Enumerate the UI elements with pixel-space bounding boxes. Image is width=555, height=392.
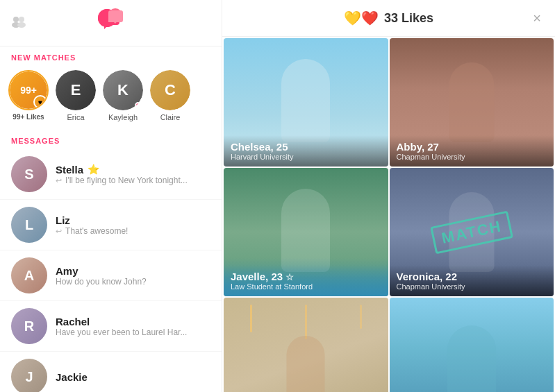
card-name-chelsea: Chelsea, 25 bbox=[231, 141, 381, 153]
msg-info-rachel: Rachel Have you ever been to Laurel Har.… bbox=[56, 316, 210, 337]
reply-icon: ↩ bbox=[56, 176, 64, 185]
left-panel: NEW MATCHES 99+ ♥ 99+ Likes E Erica K Ka… bbox=[0, 0, 222, 392]
likes-count-label: 99+ Likes bbox=[13, 113, 44, 121]
msg-avatar-amy: A bbox=[11, 257, 47, 293]
msg-info-jackie: Jackie bbox=[56, 371, 210, 383]
match-avatar-likes: 99+ ♥ bbox=[8, 70, 49, 110]
match-name-claire: Claire bbox=[160, 113, 181, 121]
close-button[interactable]: × bbox=[533, 10, 541, 26]
card-name-veronica: Veronica, 22 bbox=[397, 271, 547, 282]
matches-row: 99+ ♥ 99+ Likes E Erica K Kayleigh C Cla… bbox=[0, 66, 222, 130]
msg-avatar-jackie: J bbox=[11, 359, 47, 392]
card-sub-veronica: Chapman University bbox=[397, 282, 547, 291]
msg-name-rachel: Rachel bbox=[56, 316, 90, 327]
like-badge: ♥ bbox=[33, 95, 47, 109]
heart-fire-icon: 💛❤️ bbox=[344, 10, 379, 26]
grid-card-bottom-right[interactable] bbox=[390, 298, 554, 392]
grid-card-abby[interactable]: Abby, 27 Chapman University bbox=[390, 38, 554, 167]
msg-name-jackie: Jackie bbox=[56, 371, 88, 383]
match-avatar-kayleigh: K bbox=[103, 70, 143, 110]
right-header: 💛❤️ 33 Likes × bbox=[222, 0, 555, 37]
left-header bbox=[0, 0, 222, 46]
card-info-veronica: Veronica, 22 Chapman University bbox=[390, 265, 554, 296]
svg-point-1 bbox=[19, 17, 24, 22]
msg-preview-amy: How do you know John? bbox=[56, 277, 210, 287]
message-item-jackie[interactable]: J Jackie bbox=[0, 352, 222, 392]
message-item-rachel[interactable]: R Rachel Have you ever been to Laurel Ha… bbox=[0, 301, 222, 352]
online-indicator bbox=[135, 102, 142, 109]
people-icon[interactable] bbox=[11, 15, 26, 31]
msg-name-amy: Amy bbox=[56, 265, 78, 277]
card-sub-abby: Chapman University bbox=[397, 153, 547, 161]
card-info-javelle: Javelle, 23 ☆ Law Student at Stanford bbox=[224, 265, 388, 296]
match-name-kayleigh: Kayleigh bbox=[108, 113, 138, 121]
message-item-stella[interactable]: S Stella ⭐ ↩ I'll be flying to New York … bbox=[0, 149, 222, 200]
grid-card-javelle[interactable]: Javelle, 23 ☆ Law Student at Stanford bbox=[224, 168, 388, 296]
card-sub-javelle: Law Student at Stanford bbox=[231, 282, 381, 291]
message-item-amy[interactable]: A Amy How do you know John? bbox=[0, 250, 222, 301]
app-logo bbox=[97, 8, 125, 37]
likes-title: 💛❤️ 33 Likes bbox=[344, 10, 433, 26]
msg-info-liz: Liz ↩ That's awesome! bbox=[56, 214, 210, 236]
msg-preview-rachel: Have you ever been to Laurel Har... bbox=[56, 327, 210, 337]
grid-card-veronica[interactable]: MATCH Veronica, 22 Chapman University bbox=[390, 168, 554, 296]
messages-list: S Stella ⭐ ↩ I'll be flying to New York … bbox=[0, 149, 222, 392]
msg-avatar-stella: S bbox=[11, 156, 47, 192]
match-avatar-claire: C bbox=[150, 70, 190, 110]
new-matches-label: NEW MATCHES bbox=[0, 46, 222, 66]
reply-icon-liz: ↩ bbox=[56, 227, 64, 235]
card-name-javelle: Javelle, 23 ☆ bbox=[231, 271, 381, 282]
msg-avatar-rachel: R bbox=[11, 308, 47, 344]
right-panel: 💛❤️ 33 Likes × Chelsea, 25 Harvard Unive… bbox=[222, 0, 555, 392]
msg-name-liz: Liz bbox=[56, 214, 70, 226]
likes-grid: Chelsea, 25 Harvard University Abby, 27 … bbox=[222, 37, 555, 392]
star-outline-javelle: ☆ bbox=[285, 272, 294, 282]
card-info-abby: Abby, 27 Chapman University bbox=[390, 135, 554, 167]
likes-count-title: 33 Likes bbox=[384, 11, 433, 26]
message-item-liz[interactable]: L Liz ↩ That's awesome! bbox=[0, 200, 222, 250]
msg-preview-liz: ↩ That's awesome! bbox=[56, 226, 210, 236]
card-sub-chelsea: Harvard University bbox=[231, 153, 381, 161]
card-info-chelsea: Chelsea, 25 Harvard University bbox=[224, 135, 388, 167]
match-name-erica: Erica bbox=[67, 113, 84, 121]
msg-preview-stella: ↩ I'll be flying to New York tonight... bbox=[56, 176, 210, 185]
messages-label: MESSAGES bbox=[0, 130, 222, 149]
msg-avatar-liz: L bbox=[11, 207, 47, 243]
star-icon-stella: ⭐ bbox=[88, 164, 99, 175]
svg-point-3 bbox=[17, 22, 26, 28]
match-item-likes[interactable]: 99+ ♥ 99+ Likes bbox=[8, 70, 49, 121]
msg-name-stella: Stella bbox=[56, 164, 83, 176]
match-item-kayleigh[interactable]: K Kayleigh bbox=[103, 70, 143, 121]
match-avatar-erica: E bbox=[56, 70, 96, 110]
grid-card-bottom-left[interactable] bbox=[224, 298, 388, 392]
grid-card-chelsea[interactable]: Chelsea, 25 Harvard University bbox=[224, 38, 388, 167]
match-item-claire[interactable]: C Claire bbox=[150, 70, 190, 121]
match-item-erica[interactable]: E Erica bbox=[56, 70, 96, 121]
msg-info-amy: Amy How do you know John? bbox=[56, 265, 210, 287]
svg-point-0 bbox=[13, 17, 19, 22]
card-name-abby: Abby, 27 bbox=[397, 141, 547, 153]
msg-info-stella: Stella ⭐ ↩ I'll be flying to New York to… bbox=[56, 164, 210, 185]
